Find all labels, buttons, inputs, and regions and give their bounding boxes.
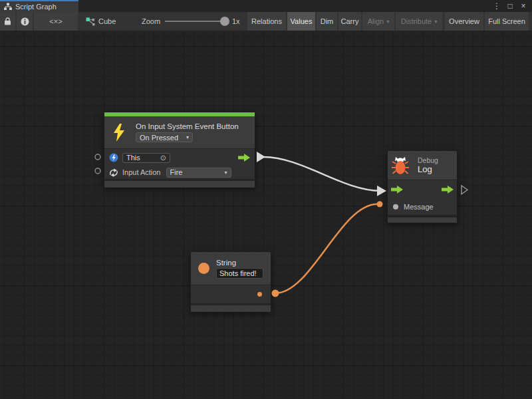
toolbar-button-align[interactable]: Align ▾ <box>362 12 394 31</box>
input-action-dropdown[interactable]: Fire ▾ <box>166 168 231 178</box>
node-footer <box>191 305 271 312</box>
graph-canvas[interactable]: On Input System Event Button On Pressed … <box>0 31 532 399</box>
toolbar-button-distribute[interactable]: Distribute ▾ <box>396 12 442 31</box>
message-input-port[interactable] <box>393 204 398 209</box>
button-label: Overview <box>449 17 479 25</box>
chevron-down-icon: ▾ <box>186 134 189 140</box>
script-graph-window: Script Graph ⋮ □ × <×> <box>0 0 532 399</box>
flow-wire-end-arrow <box>377 186 386 196</box>
toolbar-button-fullscreen[interactable]: Full Screen <box>485 12 529 31</box>
node-footer <box>388 217 457 223</box>
debug-node-name: Log <box>418 164 438 174</box>
flow-output-arrow-icon[interactable] <box>238 154 250 162</box>
this-target-field[interactable]: This ⊙ <box>122 153 170 163</box>
debug-node-category: Debug <box>418 156 438 164</box>
close-icon[interactable]: × <box>518 1 529 11</box>
info-icon <box>21 17 29 26</box>
button-label: Distribute <box>401 17 432 25</box>
dropdown-value: On Pressed <box>140 134 178 142</box>
graph-hierarchy-icon <box>4 3 12 11</box>
code-view-icon: <×> <box>49 17 62 25</box>
string-node-title: String <box>216 259 263 267</box>
event-node-title: On Input System Event Button <box>136 122 239 130</box>
tab-title: Script Graph <box>15 3 57 11</box>
toolbar-button-overview[interactable]: Overview <box>445 12 483 31</box>
info-button[interactable] <box>17 12 33 31</box>
event-node-body: This ⊙ Input Action <box>104 148 255 179</box>
lock-button[interactable] <box>0 12 15 31</box>
lock-icon <box>4 17 11 25</box>
message-label: Message <box>404 203 434 211</box>
chevron-down-icon: ▾ <box>386 19 389 25</box>
zoom-value: 1x <box>232 12 240 31</box>
button-label: Carry <box>341 17 359 25</box>
input-action-label: Input Action <box>122 168 161 176</box>
string-output-port[interactable] <box>257 292 262 297</box>
object-picker-icon[interactable]: ⊙ <box>160 154 166 162</box>
node-footer <box>104 181 255 188</box>
toolbar-button-values[interactable]: Values <box>287 12 315 31</box>
string-node-header: String Shots fired! <box>191 252 271 285</box>
maximize-icon[interactable]: □ <box>505 1 515 11</box>
string-type-icon <box>198 263 209 274</box>
event-action-port[interactable] <box>95 168 100 174</box>
flow-output-arrow-icon[interactable] <box>442 186 454 194</box>
zoom-slider-track[interactable] <box>165 21 222 22</box>
field-value: This <box>126 154 140 162</box>
event-trigger-port[interactable] <box>95 154 100 160</box>
zoom-slider-handle[interactable] <box>220 17 229 26</box>
button-label: Dim <box>321 17 334 25</box>
wire-start-dot[interactable] <box>272 290 279 297</box>
flow-input-arrow-icon[interactable] <box>391 186 403 194</box>
toolbar-button-carry[interactable]: Carry <box>338 12 361 31</box>
wire-end-dot[interactable] <box>377 201 383 207</box>
string-value-field[interactable]: Shots fired! <box>216 268 263 279</box>
string-node-body <box>191 285 271 303</box>
node-on-input-system-event-button[interactable]: On Input System Event Button On Pressed … <box>104 112 255 187</box>
this-gameobject-icon <box>109 153 118 162</box>
debug-flow-out-port[interactable] <box>462 186 467 194</box>
tab-script-graph[interactable]: Script Graph <box>0 0 78 12</box>
control-flow-wire[interactable] <box>263 157 380 191</box>
field-value: Shots fired! <box>219 269 257 277</box>
graph-target-label: Cube <box>98 17 116 25</box>
button-label: Full Screen <box>488 17 525 25</box>
script-graph-asset-icon <box>86 17 95 26</box>
event-mode-dropdown[interactable]: On Pressed ▾ <box>136 132 193 142</box>
code-view-button[interactable]: <×> <box>34 12 78 31</box>
debug-node-header: Debug Log <box>388 151 457 180</box>
graph-toolbar: <×> Cube Zoom 1x Relations Values Dim <box>0 12 532 31</box>
button-label: Values <box>291 17 313 25</box>
input-action-icon <box>109 168 118 177</box>
window-controls: ⋮ □ × <box>491 0 532 12</box>
node-debug-log[interactable]: Debug Log Message <box>387 150 458 222</box>
flow-wire-start-triangle[interactable] <box>257 152 265 162</box>
window-menu-icon[interactable]: ⋮ <box>491 1 502 11</box>
toolbar-button-dim[interactable]: Dim <box>317 12 337 31</box>
button-label: Align <box>368 17 384 25</box>
debug-bug-icon <box>392 155 409 176</box>
dropdown-value: Fire <box>170 168 183 176</box>
graph-target[interactable]: Cube <box>86 12 116 31</box>
string-data-wire[interactable] <box>275 204 377 293</box>
node-string-literal[interactable]: String Shots fired! <box>190 251 271 311</box>
tab-strip: Script Graph ⋮ □ × <box>0 0 532 12</box>
chevron-down-icon: ▾ <box>224 170 227 176</box>
button-label: Relations <box>251 17 282 25</box>
chevron-down-icon: ▾ <box>434 19 437 25</box>
lightning-bolt-icon <box>112 124 126 142</box>
debug-node-body: Message <box>388 180 457 215</box>
toolbar-button-relations[interactable]: Relations <box>247 12 286 31</box>
zoom-label: Zoom <box>142 12 160 31</box>
event-node-header: On Input System Event Button On Pressed … <box>104 116 255 148</box>
